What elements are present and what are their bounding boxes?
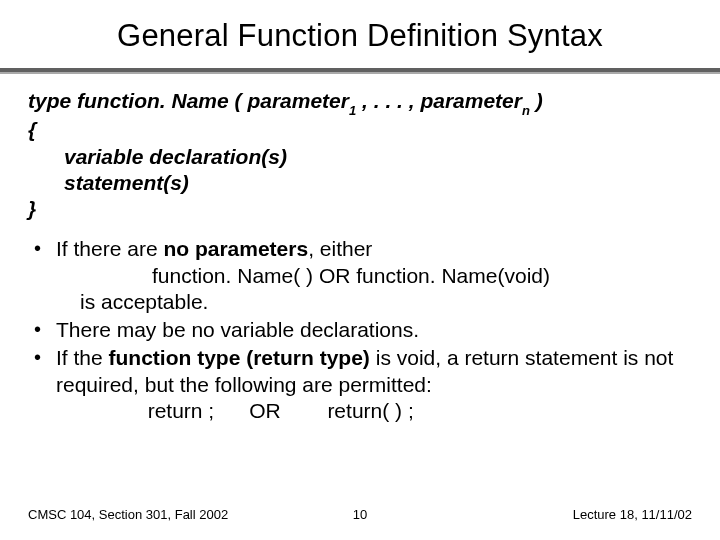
b1-line2: function. Name( ) OR function. Name(void…	[56, 263, 692, 289]
b3-bold: function type (return type)	[109, 346, 370, 369]
bullet-2: There may be no variable declarations.	[28, 317, 692, 343]
syntax-block: type function. Name ( parameter1 , . . .…	[28, 88, 692, 222]
brace-close: }	[28, 196, 692, 222]
bullet-list: If there are no parameters, either funct…	[28, 236, 692, 424]
subscript-n: n	[522, 103, 530, 118]
paren-open: (	[235, 89, 248, 112]
param-word-1: parameter	[247, 89, 349, 112]
paren-close: )	[536, 89, 543, 112]
comma-dots: , . . . ,	[362, 89, 420, 112]
brace-open: {	[28, 117, 692, 143]
footer-page: 10	[249, 507, 470, 522]
var-decl-line: variable declaration(s)	[64, 144, 692, 170]
subscript-1: 1	[349, 103, 356, 118]
fn-name: function. Name	[77, 89, 229, 112]
slide-title: General Function Definition Syntax	[0, 0, 720, 68]
footer-right: Lecture 18, 11/11/02	[471, 507, 692, 522]
b3-return-line: return ; OR return( ) ;	[56, 398, 692, 424]
syntax-line-signature: type function. Name ( parameter1 , . . .…	[28, 88, 692, 117]
bullet-1: If there are no parameters, either funct…	[28, 236, 692, 315]
kw-type: type	[28, 89, 71, 112]
b1-text-a: If there are	[56, 237, 163, 260]
statements-line: statement(s)	[64, 170, 692, 196]
title-rule	[0, 68, 720, 74]
footer-left: CMSC 104, Section 301, Fall 2002	[28, 507, 249, 522]
footer: CMSC 104, Section 301, Fall 2002 10 Lect…	[0, 507, 720, 522]
b1-text-c: , either	[308, 237, 372, 260]
param-word-n: parameter	[420, 89, 522, 112]
b1-line3: is acceptable.	[56, 289, 692, 315]
b3-text-a: If the	[56, 346, 109, 369]
slide-body: type function. Name ( parameter1 , . . .…	[0, 88, 720, 424]
slide: General Function Definition Syntax type …	[0, 0, 720, 540]
b1-bold: no parameters	[163, 237, 308, 260]
bullet-3: If the function type (return type) is vo…	[28, 345, 692, 424]
